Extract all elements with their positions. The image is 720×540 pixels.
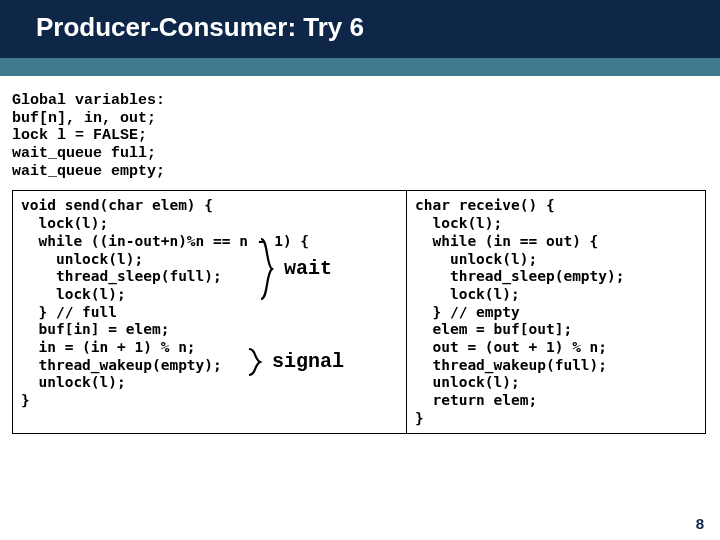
send-code: void send(char elem) { lock(l); while ((… [21, 197, 398, 409]
accent-bar [0, 58, 720, 76]
code-row: void send(char elem) { lock(l); while ((… [12, 190, 708, 434]
brace-icon [246, 347, 268, 377]
page-title: Producer-Consumer: Try 6 [36, 12, 364, 42]
send-code-box: void send(char elem) { lock(l); while ((… [12, 190, 407, 434]
receive-code: char receive() { lock(l); while (in == o… [415, 197, 697, 427]
wait-label: wait [284, 257, 332, 281]
globals-declaration: Global variables: buf[n], in, out; lock … [12, 92, 708, 180]
receive-code-box: char receive() { lock(l); while (in == o… [406, 190, 706, 434]
page-number: 8 [696, 515, 704, 532]
signal-label: signal [272, 350, 344, 374]
signal-annotation: signal [246, 347, 344, 377]
content-area: Global variables: buf[n], in, out; lock … [0, 76, 720, 434]
brace-icon [258, 237, 280, 301]
wait-annotation: wait [258, 237, 332, 301]
title-bar: Producer-Consumer: Try 6 [0, 0, 720, 58]
